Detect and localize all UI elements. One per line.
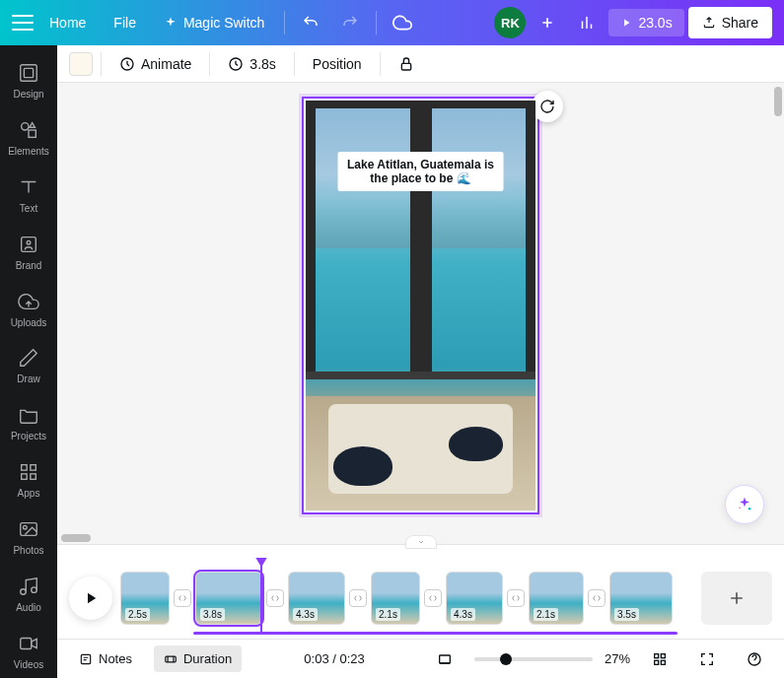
clip-3[interactable]: 4.3s [288,572,345,625]
help-button[interactable] [737,645,772,673]
timeline-progress-bar [193,632,677,635]
transition-button[interactable] [349,589,367,607]
audio-icon [18,576,39,597]
play-icon [82,589,100,607]
notes-icon [79,652,93,666]
transition-button[interactable] [174,589,191,607]
design-icon [18,62,39,84]
lock-button[interactable] [389,50,424,78]
divider [380,52,381,76]
home-button[interactable]: Home [37,7,98,38]
sidebar-item-text[interactable]: Text [0,168,57,223]
clip-5[interactable]: 4.3s [446,572,503,625]
plus-icon [727,588,747,608]
avatar[interactable]: RK [494,7,526,38]
duration-toggle-button[interactable]: Duration [154,645,242,672]
preview-button[interactable]: 23.0s [608,9,683,36]
clip-7[interactable]: 3.5s [609,572,673,625]
sidebar-item-elements[interactable]: Elements [0,110,57,166]
sidebar-item-draw[interactable]: Draw [0,338,57,393]
svg-rect-9 [31,474,36,480]
sidebar-item-photos[interactable]: Photos [0,509,57,565]
rotate-button[interactable] [532,91,563,122]
cloud-sync-button[interactable] [385,5,420,40]
sidebar-item-projects[interactable]: Projects [0,395,57,450]
svg-point-19 [739,508,741,509]
playhead[interactable] [260,564,262,633]
svg-rect-7 [31,465,36,471]
brand-icon [18,234,39,255]
position-button[interactable]: Position [303,50,372,78]
canvas-area[interactable]: Lake Atitlan, Guatemala is the place to … [57,83,784,544]
timeline-play-button[interactable] [69,576,112,620]
transition-button[interactable] [588,589,606,607]
zoom-level: 27% [605,651,630,666]
chevron-down-icon [415,538,427,546]
divider [101,52,102,76]
transition-button[interactable] [424,589,442,607]
duration-button[interactable]: 3.8s [218,50,285,78]
help-icon [747,651,762,667]
plus-icon [539,15,555,31]
sidebar-item-brand[interactable]: Brand [0,224,57,279]
menu-icon[interactable] [12,15,34,31]
ai-assistant-button[interactable] [725,485,764,524]
clip-2[interactable]: 3.8s [195,572,262,625]
transition-button[interactable] [507,589,525,607]
bar-chart-icon [578,14,596,32]
sidebar-item-audio[interactable]: Audio [0,566,57,621]
svg-point-18 [748,508,751,510]
animate-icon [119,56,135,72]
context-toolbar: Animate 3.8s Position [57,45,784,83]
fullscreen-button[interactable] [689,645,725,673]
clip-1[interactable]: 2.5s [120,572,170,625]
share-button[interactable]: Share [688,7,772,38]
analytics-button[interactable] [569,5,605,40]
artboard[interactable]: Lake Atitlan, Guatemala is the place to … [304,99,537,512]
clip-duration-label: 2.1s [534,608,558,621]
caption-text[interactable]: Lake Atitlan, Guatemala is the place to … [337,152,504,191]
sidebar-item-label: Projects [11,431,46,441]
pages-icon [437,651,453,667]
transition-button[interactable] [266,589,284,607]
svg-rect-6 [22,465,28,471]
animate-button[interactable]: Animate [109,50,201,78]
clip-4[interactable]: 2.1s [371,572,420,625]
magic-switch-button[interactable]: Magic Switch [152,7,276,38]
sidebar-item-label: Apps [18,488,40,499]
sidebar-item-design[interactable]: Design [0,53,57,108]
vertical-scrollbar[interactable] [772,83,784,544]
clips-track[interactable]: 2.5s3.8s4.3s2.1s4.3s2.1s3.5s [120,572,693,625]
sidebar-item-uploads[interactable]: Uploads [0,281,57,336]
grid-icon [652,651,668,667]
notes-button[interactable]: Notes [69,645,142,672]
sidebar-item-label: Text [20,203,37,214]
svg-rect-23 [655,653,659,657]
text-icon [18,176,39,198]
add-member-button[interactable] [530,5,565,40]
file-button[interactable]: File [102,7,148,38]
undo-icon [302,14,320,32]
svg-point-12 [21,588,27,594]
clip-6[interactable]: 2.1s [529,572,584,625]
svg-rect-17 [401,63,410,70]
upload-icon [702,16,716,30]
grid-view-button[interactable] [642,645,677,673]
cloud-icon [392,13,412,33]
background-color-swatch[interactable] [69,52,93,76]
workspace: Animate 3.8s Position [57,45,784,678]
view-mode-button[interactable] [427,645,463,673]
add-page-button[interactable] [701,572,772,625]
divider [294,52,295,76]
zoom-slider[interactable] [474,657,593,661]
divider [284,11,285,34]
duration-icon [164,652,178,666]
svg-rect-0 [21,65,37,82]
timeline-collapse-button[interactable] [405,535,437,549]
redo-button[interactable] [332,5,368,40]
divider [376,11,377,34]
undo-button[interactable] [293,5,328,40]
sidebar-item-apps[interactable]: Apps [0,452,57,508]
uploads-icon [18,291,39,312]
sidebar-item-videos[interactable]: Videos [0,623,57,678]
